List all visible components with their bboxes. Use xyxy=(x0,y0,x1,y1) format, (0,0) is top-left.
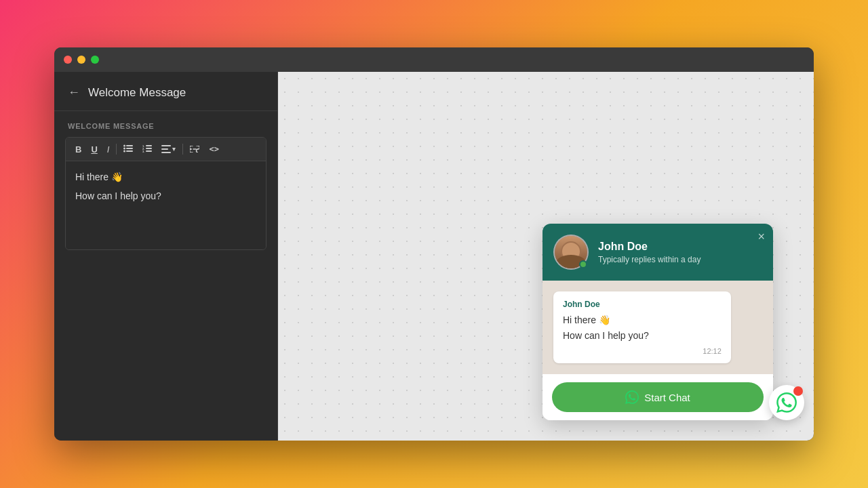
svg-point-4 xyxy=(123,150,125,152)
chat-messages-area: John Doe Hi there 👋 How can I help you? … xyxy=(542,281,773,374)
svg-rect-14 xyxy=(161,152,171,153)
left-panel: ← Welcome Message WELCOME MESSAGE B U I xyxy=(54,72,278,441)
chat-header-info: John Doe Typically replies within a day xyxy=(598,241,762,264)
message-line2: How can I help you? xyxy=(563,329,722,343)
browser-titlebar xyxy=(54,47,814,72)
editor-toolbar: B U I 1. xyxy=(66,138,266,161)
svg-rect-5 xyxy=(126,150,133,152)
browser-content: ← Welcome Message WELCOME MESSAGE B U I xyxy=(54,72,814,441)
chat-close-button[interactable]: × xyxy=(757,230,765,243)
chat-footer: Start Chat xyxy=(542,374,773,420)
message-sender: John Doe xyxy=(563,300,722,309)
chat-agent-name: John Doe xyxy=(598,241,762,253)
message-bubble: John Doe Hi there 👋 How can I help you? … xyxy=(553,291,731,363)
message-line1: Hi there 👋 xyxy=(563,313,722,327)
svg-text:3.: 3. xyxy=(142,150,144,152)
svg-rect-12 xyxy=(161,145,171,146)
section-label: WELCOME MESSAGE xyxy=(54,111,277,137)
link-button[interactable] xyxy=(186,142,203,157)
code-button[interactable]: <> xyxy=(205,142,222,156)
underline-button[interactable]: U xyxy=(87,142,101,157)
italic-button[interactable]: I xyxy=(103,142,114,157)
svg-rect-1 xyxy=(126,145,133,146)
traffic-light-green[interactable] xyxy=(91,56,99,64)
toolbar-separator xyxy=(116,144,117,155)
svg-rect-7 xyxy=(146,145,152,146)
unordered-list-button[interactable] xyxy=(119,142,137,157)
start-chat-button[interactable]: Start Chat xyxy=(552,382,764,412)
toolbar-separator-2 xyxy=(182,144,183,155)
preview-panel: John Doe Typically replies within a day … xyxy=(278,72,814,441)
editor-line-2: How can I help you? xyxy=(75,188,256,203)
editor-line-1: Hi there 👋 xyxy=(75,169,256,184)
align-button[interactable]: ▾ xyxy=(157,142,180,156)
svg-rect-13 xyxy=(161,148,168,150)
svg-point-0 xyxy=(123,145,125,147)
floating-whatsapp-button[interactable] xyxy=(769,385,804,420)
page-title: Welcome Message xyxy=(88,86,186,100)
browser-window: ← Welcome Message WELCOME MESSAGE B U I xyxy=(54,47,814,441)
traffic-light-red[interactable] xyxy=(64,56,72,64)
svg-rect-11 xyxy=(146,150,152,152)
svg-rect-9 xyxy=(146,148,152,149)
avatar-wrap xyxy=(553,235,589,270)
bold-button[interactable]: B xyxy=(71,142,85,157)
chat-header: John Doe Typically replies within a day … xyxy=(542,224,773,281)
ordered-list-button[interactable]: 1. 2. 3. xyxy=(138,142,156,157)
chat-reply-status: Typically replies within a day xyxy=(598,255,762,264)
online-indicator xyxy=(579,260,587,268)
chat-widget: John Doe Typically replies within a day … xyxy=(542,224,773,420)
message-time: 12:12 xyxy=(563,347,722,355)
panel-header: ← Welcome Message xyxy=(54,72,277,111)
svg-point-2 xyxy=(123,148,125,150)
start-chat-label: Start Chat xyxy=(644,392,690,403)
editor-body[interactable]: Hi there 👋 How can I help you? xyxy=(66,161,266,249)
svg-rect-3 xyxy=(126,148,133,149)
editor-container: B U I 1. xyxy=(65,137,267,250)
whatsapp-icon xyxy=(625,390,639,404)
traffic-light-yellow[interactable] xyxy=(77,56,85,64)
back-button[interactable]: ← xyxy=(68,85,80,100)
notification-badge xyxy=(793,386,803,396)
floating-whatsapp-icon xyxy=(776,392,797,413)
